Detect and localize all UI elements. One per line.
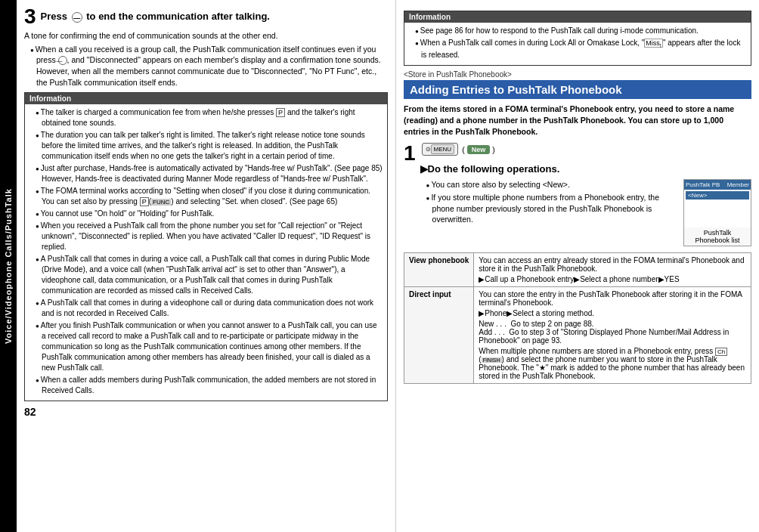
left-info-box: Information The talker is charged a comm…: [24, 92, 388, 401]
info-bullet-2: The duration you can talk per talker's r…: [36, 130, 383, 162]
info-bullet-6: When you received a PushTalk call from t…: [36, 221, 383, 252]
step1-icon-row: ⊙ MENU ( New ): [420, 143, 751, 156]
right-step1-content: ⊙ MENU ( New ) ▶Do the following operati…: [420, 143, 751, 246]
section-intro: From the items stored in a FOMA terminal…: [404, 104, 751, 137]
phonebook-screen-body: <New>: [684, 190, 751, 227]
left-info-box-header: Information: [25, 93, 387, 104]
step3-body: A tone for confirming the end of communi…: [24, 30, 388, 88]
info-bullet-3: Just after purchase, Hands-free is autom…: [36, 163, 383, 184]
phonebook-new-item: <New>: [686, 191, 749, 200]
step3-body-line1: A tone for confirming the end of communi…: [24, 30, 388, 42]
phonebook-screen: PushTalk PB Member <New> PushTalk Phoneb…: [683, 179, 751, 246]
table-row-direct-input: Direct input You can store the entry in …: [404, 287, 751, 384]
paren-close: ): [492, 145, 495, 154]
step3-number: 3: [24, 6, 36, 27]
section-tag: <Store in PushTalk Phonebook>: [404, 70, 751, 79]
table-row-view-phonebook: View phonebook You can access an entry a…: [404, 253, 751, 287]
phonebook-caption: PushTalk Phonebook list: [684, 227, 751, 246]
step3-bullet-1: When a call you received is a group call…: [30, 44, 388, 88]
right-info-bullet-1: See page 86 for how to respond to the Pu…: [415, 26, 746, 36]
info-bullet-4: The FOMA terminal works according to "Se…: [36, 186, 383, 207]
info-bullet-8: A PushTalk call that comes in during a v…: [36, 298, 383, 319]
page-number: 82: [24, 406, 388, 418]
right-step1-number: 1: [404, 143, 416, 164]
left-column: 3 Press — to end the communication after…: [17, 0, 396, 532]
table-direct-steps: ▶Phone▶Select a storing method.: [479, 309, 746, 317]
table-view-steps: ▶Call up a Phonebook entry▶Select a phon…: [479, 275, 746, 283]
left-info-box-body: The talker is charged a communication fe…: [25, 104, 387, 401]
right-info-box: Information See page 86 for how to respo…: [404, 11, 751, 66]
info-bullet-1: The talker is charged a communication fe…: [36, 107, 383, 128]
right-step1-title: ▶Do the following operations.: [420, 159, 751, 176]
info-bullet-7: A PushTalk call that comes in during a v…: [36, 254, 383, 296]
step3-header: 3 Press — to end the communication after…: [24, 6, 388, 27]
table-content-direct: You can store the entry in the PushTalk …: [474, 287, 751, 384]
new-button: New: [467, 145, 491, 154]
right-info-box-header: Information: [404, 11, 751, 23]
menu-icon-btn: ⊙ MENU: [422, 143, 459, 156]
section-main-title: Adding Entries to PushTalk Phonebook: [404, 80, 751, 99]
end-call-icon: —: [72, 12, 82, 23]
step3-title: Press — to end the communication after t…: [41, 6, 270, 23]
right-step1: 1 ⊙ MENU ( New ) ▶Do the following opera…: [404, 143, 751, 246]
step1-body-area: PushTalk PB Member <New> PushTalk Phoneb…: [420, 179, 751, 246]
table-direct-subitems: New . . . Go to step 2 on page 88. Add .…: [479, 320, 746, 380]
phonebook-methods-table: View phonebook You can access an entry a…: [404, 252, 751, 384]
table-label-view: View phonebook: [404, 253, 474, 287]
phonebook-screen-header: PushTalk PB Member: [684, 180, 751, 190]
menu-label: MENU: [431, 144, 455, 154]
table-direct-add: Add . . . Go to step 3 of "Storing Displ…: [479, 328, 746, 345]
paren-open: (: [462, 145, 465, 154]
right-info-bullet-2: When a PushTalk call comes in during Loc…: [415, 38, 746, 60]
info-bullet-9: After you finish PushTalk communication …: [36, 320, 383, 373]
table-direct-desc: You can store the entry in the PushTalk …: [479, 290, 746, 307]
right-column: Information See page 86 for how to respo…: [396, 0, 759, 532]
table-direct-new: New . . . Go to step 2 on page 88.: [479, 320, 746, 328]
sidebar-label: Voice/Videophone Calls/PushTalk: [0, 0, 17, 532]
table-content-view: You can access an entry already stored i…: [474, 253, 751, 287]
table-view-desc: You can access an entry already stored i…: [479, 256, 746, 273]
dpad-icon: ⊙: [426, 146, 431, 153]
table-label-direct: Direct input: [404, 287, 474, 384]
info-bullet-10: When a caller adds members during PushTa…: [36, 375, 383, 396]
right-info-box-body: See page 86 for how to respond to the Pu…: [404, 23, 751, 65]
table-direct-multi: When multiple phone numbers are stored i…: [479, 347, 746, 380]
info-bullet-5: You cannot use "On hold" or "Holding" fo…: [36, 209, 383, 219]
